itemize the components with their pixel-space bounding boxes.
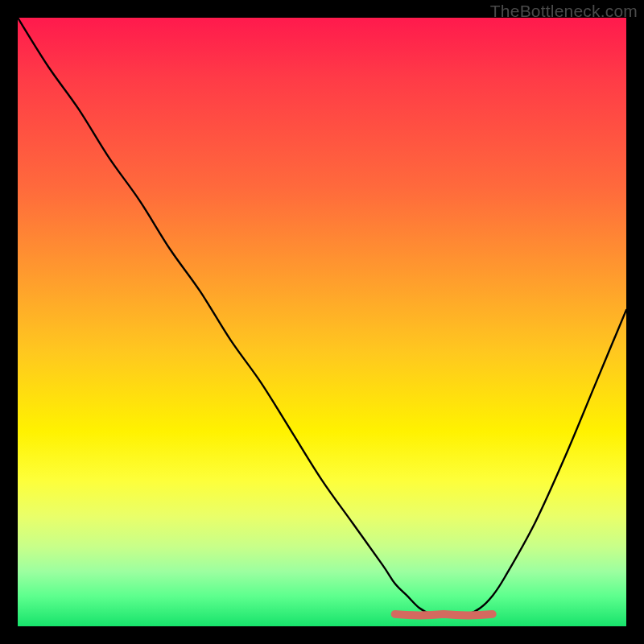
optimal-range-marker <box>395 614 493 616</box>
bottleneck-curve <box>18 18 626 614</box>
marker-path <box>395 614 493 616</box>
attribution-text: TheBottleneck.com <box>490 2 638 21</box>
curve-path <box>18 18 626 614</box>
chart-frame <box>18 18 626 626</box>
chart-svg <box>18 18 626 626</box>
